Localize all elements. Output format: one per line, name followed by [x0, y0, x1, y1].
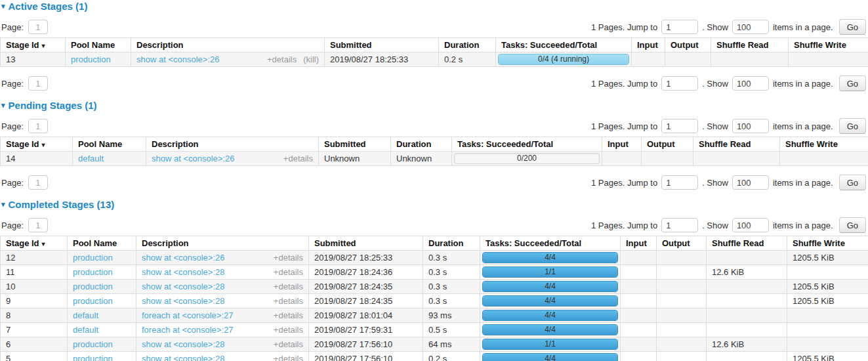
pages-count-text: 1 Pages. Jump to — [591, 22, 657, 32]
details-toggle[interactable]: +details — [274, 253, 303, 263]
jump-to-input[interactable] — [661, 175, 698, 190]
pool-name-link[interactable]: production — [71, 54, 111, 64]
show-count-input[interactable] — [732, 119, 769, 133]
pool-name-link[interactable]: production — [73, 253, 113, 263]
stage-description-link[interactable]: foreach at <console>:27 — [142, 325, 234, 335]
column-header-7[interactable]: Output — [657, 236, 707, 251]
submitted-cell: 2019/08/27 17:56:10 — [309, 337, 423, 352]
stage-description-link[interactable]: show at <console>:28 — [142, 339, 224, 349]
details-toggle[interactable]: +details — [274, 354, 303, 361]
tasks-progress-label: 4/4 — [483, 282, 617, 291]
column-header-5[interactable]: Tasks: Succeeded/Total — [496, 38, 632, 53]
jump-to-input[interactable] — [661, 20, 698, 34]
pool-name-cell: production — [68, 251, 136, 265]
description-cell: show at <console>:28+details — [136, 352, 309, 361]
column-header-1[interactable]: Pool Name — [66, 38, 131, 53]
column-header-7[interactable]: Output — [642, 137, 693, 152]
column-header-8[interactable]: Shuffle Read — [711, 38, 789, 53]
column-header-label: Pool Name — [73, 238, 117, 248]
details-toggle[interactable]: +details — [274, 325, 303, 335]
go-button[interactable]: Go — [839, 75, 866, 91]
column-header-4[interactable]: Duration — [391, 137, 452, 152]
tasks-progress-label: 1/1 — [483, 339, 617, 349]
stage-description-link[interactable]: show at <console>:26 — [152, 154, 234, 163]
show-count-input[interactable] — [732, 20, 769, 34]
kill-link[interactable]: (kill) — [303, 54, 319, 64]
pending-stages-header[interactable]: ▾ Pending Stages (1) — [1, 100, 868, 111]
go-button[interactable]: Go — [839, 118, 866, 134]
column-header-4[interactable]: Duration — [423, 236, 480, 251]
column-header-2[interactable]: Description — [131, 38, 325, 53]
page-number-input[interactable] — [28, 76, 48, 91]
column-header-8[interactable]: Shuffle Read — [693, 137, 780, 152]
show-count-input[interactable] — [732, 218, 769, 232]
column-header-1[interactable]: Pool Name — [68, 236, 136, 251]
stage-id-cell: 9 — [1, 294, 68, 308]
pool-name-link[interactable]: default — [73, 310, 98, 320]
go-button[interactable]: Go — [839, 175, 866, 190]
go-button[interactable]: Go — [839, 217, 866, 233]
column-header-5[interactable]: Tasks: Succeeded/Total — [480, 236, 621, 251]
column-header-6[interactable]: Input — [602, 137, 642, 152]
details-toggle[interactable]: +details — [274, 339, 303, 349]
page-number-input[interactable] — [28, 175, 48, 190]
page-number-input[interactable] — [28, 20, 48, 34]
completed-stages-header[interactable]: ▾ Completed Stages (13) — [1, 199, 868, 210]
column-header-0[interactable]: Stage Id▾ — [1, 236, 68, 251]
description-cell: show at <console>:28+details — [136, 337, 309, 352]
column-header-2[interactable]: Description — [146, 137, 319, 152]
go-button[interactable]: Go — [839, 19, 866, 35]
pool-name-link[interactable]: production — [73, 267, 113, 277]
column-header-3[interactable]: Submitted — [319, 137, 391, 152]
column-header-3[interactable]: Submitted — [309, 236, 423, 251]
details-toggle[interactable]: +details — [274, 310, 303, 320]
stage-description-link[interactable]: foreach at <console>:27 — [142, 310, 234, 320]
show-count-input[interactable] — [732, 76, 769, 91]
pool-name-link[interactable]: production — [73, 296, 113, 306]
page-number-input[interactable] — [28, 218, 48, 232]
column-header-label: Output — [647, 139, 675, 149]
column-header-7[interactable]: Output — [665, 38, 711, 53]
pool-name-link[interactable]: default — [73, 325, 98, 335]
active-stages-header[interactable]: ▾ Active Stages (1) — [1, 1, 868, 12]
column-header-2[interactable]: Description — [136, 236, 309, 251]
details-toggle[interactable]: +details — [274, 296, 303, 306]
column-header-9[interactable]: Shuffle Write — [780, 137, 868, 152]
column-header-8[interactable]: Shuffle Read — [707, 236, 787, 251]
stage-description-link[interactable]: show at <console>:28 — [142, 296, 224, 306]
column-header-9[interactable]: Shuffle Write — [789, 38, 868, 53]
page-number-input[interactable] — [28, 119, 48, 133]
details-toggle[interactable]: +details — [267, 54, 297, 64]
column-header-3[interactable]: Submitted — [325, 38, 439, 53]
duration-cell: 0.3 s — [423, 265, 480, 280]
show-label: . Show — [702, 121, 728, 131]
jump-to-input[interactable] — [661, 76, 698, 91]
column-header-4[interactable]: Duration — [439, 38, 496, 53]
show-count-input[interactable] — [732, 175, 769, 190]
details-toggle[interactable]: +details — [283, 154, 313, 163]
column-header-6[interactable]: Input — [632, 38, 665, 53]
tasks-cell: 4/4 — [480, 251, 621, 265]
column-header-0[interactable]: Stage Id▾ — [1, 38, 66, 53]
stage-description-link[interactable]: show at <console>:26 — [136, 54, 219, 64]
column-header-9[interactable]: Shuffle Write — [787, 236, 868, 251]
pool-name-link[interactable]: default — [78, 154, 104, 163]
stage-description-link[interactable]: show at <console>:26 — [142, 253, 224, 263]
details-toggle[interactable]: +details — [274, 267, 303, 277]
tasks-progress-label: 4/4 — [483, 325, 617, 335]
column-header-6[interactable]: Input — [621, 236, 657, 251]
stage-description-link[interactable]: show at <console>:28 — [142, 282, 224, 291]
stage-description-link[interactable]: show at <console>:28 — [142, 267, 224, 277]
column-header-1[interactable]: Pool Name — [73, 137, 146, 152]
stage-id-cell: 12 — [1, 251, 68, 265]
details-toggle[interactable]: +details — [274, 282, 303, 291]
pool-name-link[interactable]: production — [73, 282, 113, 291]
column-header-5[interactable]: Tasks: Succeeded/Total — [452, 137, 602, 152]
pool-name-link[interactable]: production — [73, 354, 113, 361]
stage-description-link[interactable]: show at <console>:28 — [142, 354, 224, 361]
jump-to-input[interactable] — [661, 218, 698, 232]
column-header-0[interactable]: Stage Id▾ — [1, 137, 73, 152]
jump-to-input[interactable] — [661, 119, 698, 133]
shuffle-read-cell — [693, 152, 780, 166]
pool-name-link[interactable]: production — [73, 339, 113, 349]
